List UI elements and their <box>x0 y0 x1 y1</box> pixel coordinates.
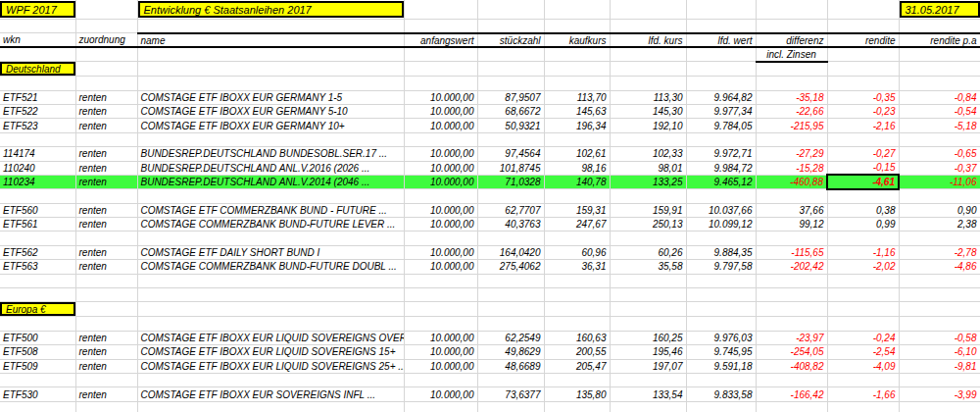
empty-cell[interactable] <box>899 302 980 317</box>
empty-cell[interactable] <box>137 288 404 302</box>
cell-stueckzahl[interactable]: 71,0328 <box>477 175 544 188</box>
cell-rendite[interactable]: -2,02 <box>827 260 899 274</box>
empty-cell[interactable] <box>137 317 404 331</box>
empty-cell[interactable] <box>477 62 544 77</box>
empty-cell[interactable] <box>899 401 980 412</box>
cell-kaufkurs[interactable]: 135,80 <box>544 387 610 401</box>
empty-cell[interactable] <box>75 288 137 302</box>
cell-stueckzahl[interactable]: 275,4062 <box>477 260 544 274</box>
cell-stueckzahl[interactable]: 87,9507 <box>477 90 544 104</box>
empty-cell[interactable] <box>827 77 899 90</box>
cell-rendite[interactable]: -4,09 <box>827 359 899 373</box>
col-header-lfd-kurs[interactable]: lfd. kurs <box>610 33 686 47</box>
cell-lfd-wert[interactable]: 9.833,58 <box>686 387 756 401</box>
cell-rendite-pa[interactable]: 2,38 <box>899 218 980 232</box>
empty-cell[interactable] <box>404 288 477 302</box>
cell-name[interactable]: COMSTAGE ETF IBOXX EUR GERMANY 1-5 <box>137 90 404 104</box>
cell-rendite[interactable]: -1,16 <box>827 245 899 259</box>
empty-cell[interactable] <box>75 373 137 386</box>
sheet-title-cell[interactable]: Entwicklung € Staatsanleihen 2017 <box>137 0 404 20</box>
empty-cell[interactable] <box>477 288 544 302</box>
empty-cell[interactable] <box>75 232 137 245</box>
cell-name[interactable]: COMSTAGE COMMERZBANK BUND-FUTURE LEVER .… <box>137 218 404 232</box>
wpf-cell[interactable]: WPF 2017 <box>0 0 75 20</box>
empty-cell[interactable] <box>404 189 477 203</box>
cell-lfd-kurs[interactable]: 98,01 <box>610 161 686 175</box>
empty-cell[interactable] <box>477 373 544 386</box>
cell-anfangswert[interactable]: 10.000,00 <box>404 203 477 217</box>
incl-zinsen-note[interactable]: incl. Zinsen <box>756 47 827 61</box>
col-header-anfangswert[interactable]: anfangswert <box>404 33 477 47</box>
empty-cell[interactable] <box>404 232 477 245</box>
cell-wkn[interactable]: ETF521 <box>0 90 75 104</box>
cell-lfd-kurs[interactable]: 197,07 <box>610 359 686 373</box>
cell-stueckzahl[interactable]: 73,6377 <box>477 387 544 401</box>
empty-cell[interactable] <box>827 62 899 77</box>
empty-cell[interactable] <box>404 132 477 146</box>
cell-lfd-wert[interactable]: 9.884,35 <box>686 245 756 259</box>
empty-cell[interactable] <box>610 274 686 287</box>
empty-cell[interactable] <box>137 77 404 90</box>
col-header-kaufkurs[interactable]: kaufkurs <box>544 33 610 47</box>
empty-cell[interactable] <box>0 288 75 302</box>
empty-cell[interactable] <box>0 189 75 203</box>
empty-cell[interactable] <box>404 317 477 331</box>
cell-zuordnung[interactable]: renten <box>75 175 137 188</box>
cell-differenz[interactable]: 37,66 <box>756 203 827 217</box>
cell-lfd-wert[interactable]: 9.784,05 <box>686 119 756 132</box>
cell-zuordnung[interactable]: renten <box>75 203 137 217</box>
cell-wkn[interactable]: ETF523 <box>0 119 75 132</box>
col-header-differenz[interactable]: differenz <box>756 33 827 47</box>
cell-lfd-kurs[interactable]: 133,54 <box>610 387 686 401</box>
cell-zuordnung[interactable]: renten <box>75 359 137 373</box>
empty-cell[interactable] <box>686 77 756 90</box>
empty-cell[interactable] <box>686 62 756 77</box>
cell-kaufkurs[interactable]: 159,31 <box>544 203 610 217</box>
cell-lfd-kurs[interactable]: 192,10 <box>610 119 686 132</box>
empty-cell[interactable] <box>0 401 75 412</box>
cell-rendite[interactable]: 0,38 <box>827 203 899 217</box>
cell-name[interactable]: COMSTAGE COMMERZBANK BUND-FUTURE DOUBL .… <box>137 260 404 274</box>
cell-anfangswert[interactable]: 10.000,00 <box>404 260 477 274</box>
empty-cell[interactable] <box>610 132 686 146</box>
cell-zuordnung[interactable]: renten <box>75 161 137 175</box>
cell-differenz[interactable]: -35,18 <box>756 90 827 104</box>
cell-lfd-kurs[interactable]: 195,46 <box>610 345 686 359</box>
empty-cell[interactable] <box>137 189 404 203</box>
section-cell[interactable]: Europa € <box>0 302 75 317</box>
cell-kaufkurs[interactable]: 36,31 <box>544 260 610 274</box>
cell-lfd-kurs[interactable]: 113,30 <box>610 90 686 104</box>
empty-cell[interactable] <box>756 62 827 77</box>
empty-cell[interactable] <box>827 232 899 245</box>
empty-cell[interactable] <box>75 132 137 146</box>
cell-rendite[interactable]: -0,15 <box>827 161 899 175</box>
cell-anfangswert[interactable]: 10.000,00 <box>404 175 477 188</box>
cell-kaufkurs[interactable]: 140,78 <box>544 175 610 188</box>
cell-rendite[interactable]: -1,66 <box>827 387 899 401</box>
cell-anfangswert[interactable]: 10.000,00 <box>404 359 477 373</box>
empty-cell[interactable] <box>477 77 544 90</box>
col-header-zuordnung[interactable]: zuordnung <box>75 33 137 47</box>
cell-differenz[interactable]: -166,42 <box>756 387 827 401</box>
cell-anfangswert[interactable]: 10.000,00 <box>404 345 477 359</box>
empty-cell[interactable] <box>75 317 137 331</box>
empty-cell[interactable] <box>827 132 899 146</box>
empty-cell[interactable] <box>137 132 404 146</box>
cell-anfangswert[interactable]: 10.000,00 <box>404 245 477 259</box>
empty-cell[interactable] <box>137 62 404 77</box>
cell-lfd-wert[interactable]: 9.976,03 <box>686 331 756 344</box>
cell-kaufkurs[interactable]: 98,16 <box>544 161 610 175</box>
cell-lfd-kurs[interactable]: 35,58 <box>610 260 686 274</box>
empty-cell[interactable] <box>827 373 899 386</box>
cell-kaufkurs[interactable]: 113,70 <box>544 90 610 104</box>
empty-cell[interactable] <box>610 189 686 203</box>
cell-rendite-pa[interactable]: 0,90 <box>899 203 980 217</box>
cell-rendite-pa[interactable]: -11,06 <box>899 175 980 188</box>
empty-cell[interactable] <box>756 302 827 317</box>
cell-lfd-wert[interactable]: 9.797,58 <box>686 260 756 274</box>
cell-wkn[interactable]: ETF500 <box>0 331 75 344</box>
empty-cell[interactable] <box>686 373 756 386</box>
cell-stueckzahl[interactable]: 40,3763 <box>477 218 544 232</box>
cell-wkn[interactable]: ETF560 <box>0 203 75 217</box>
cell-lfd-kurs[interactable]: 159,91 <box>610 203 686 217</box>
